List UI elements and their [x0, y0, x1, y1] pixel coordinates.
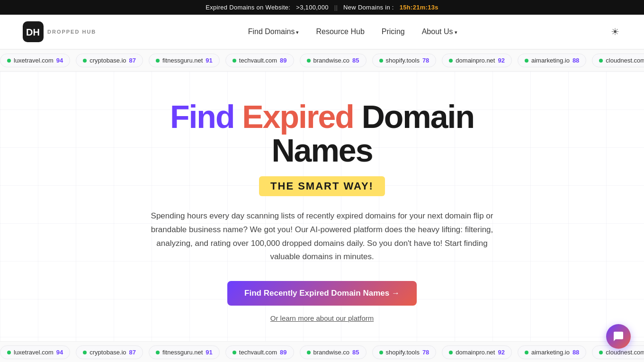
domain-score: 94	[56, 57, 63, 64]
separator: ||	[334, 4, 338, 11]
domain-score: 89	[280, 57, 286, 64]
domain-pill: brandwise.co 85	[300, 345, 367, 359]
domain-name: shopify.tools	[386, 349, 420, 356]
domain-pill: fitnessguru.net 91	[149, 54, 220, 67]
domain-status-dot	[156, 59, 160, 63]
logo-text: DROPPED HUB	[47, 29, 96, 35]
domain-pill: aimarketing.io 88	[518, 54, 586, 67]
domain-pill: shopify.tools 78	[372, 345, 437, 359]
domain-name: brandwise.co	[313, 349, 350, 356]
domain-name: brandwise.co	[313, 57, 350, 64]
domain-name: fitnessguru.net	[162, 57, 203, 64]
smart-way-badge: The smart way!	[259, 176, 385, 196]
svg-text:DH: DH	[26, 27, 40, 37]
domain-status-dot	[307, 59, 311, 63]
top-ticker: luxetravel.com 94 cryptobase.io 87 fitne…	[0, 49, 644, 72]
domain-pill: techvault.com 89	[225, 345, 294, 359]
domain-pill: cryptobase.io 87	[76, 345, 143, 359]
hero-title-expired: Expired	[242, 99, 353, 135]
bottom-ticker: luxetravel.com 94 cryptobase.io 87 fitne…	[0, 341, 644, 362]
nav-item-about-us[interactable]: About Us	[422, 27, 457, 36]
top-banner: Expired Domains on Website: >3,100,000 |…	[0, 0, 644, 15]
domain-pill: domainpro.net 92	[442, 54, 512, 67]
domain-score: 92	[498, 57, 504, 64]
domain-name: cloudnest.com	[606, 349, 644, 356]
countdown-timer: 15h:21m:13s	[400, 4, 438, 11]
theme-toggle-button[interactable]: ☀	[609, 24, 621, 39]
domain-name: domainpro.net	[456, 349, 495, 356]
domain-name: cryptobase.io	[89, 57, 126, 64]
domain-score: 85	[352, 57, 359, 64]
domain-score: 94	[56, 349, 63, 356]
logo[interactable]: DH DROPPED HUB	[23, 21, 96, 42]
nav-item-resource-hub[interactable]: Resource Hub	[316, 27, 365, 36]
domain-score: 91	[206, 57, 212, 64]
domain-status-dot	[599, 351, 603, 354]
nav-item-pricing[interactable]: Pricing	[382, 27, 405, 36]
domain-pill: cloudnest.com 83	[592, 54, 644, 67]
nav-links: Find Domains Resource Hub Pricing About …	[248, 27, 457, 36]
domain-name: fitnessguru.net	[162, 349, 203, 356]
domain-score: 85	[352, 349, 359, 356]
domain-name: aimarketing.io	[531, 349, 570, 356]
nav-right: ☀	[609, 24, 621, 39]
domain-status-dot	[307, 351, 311, 354]
domain-name: domainpro.net	[456, 57, 495, 64]
expired-count: >3,100,000	[296, 4, 328, 11]
domain-status-dot	[525, 351, 528, 354]
domain-status-dot	[83, 59, 87, 63]
domain-name: techvault.com	[239, 349, 277, 356]
nav-link-pricing[interactable]: Pricing	[382, 27, 405, 36]
nav-link-resource-hub[interactable]: Resource Hub	[316, 27, 365, 36]
cta-button[interactable]: Find Recently Expired Domain Names →	[227, 281, 417, 306]
hero-title-find: Find	[170, 99, 234, 135]
domain-status-dot	[449, 59, 453, 63]
nav-link-about-us[interactable]: About Us	[422, 27, 457, 36]
domain-status-dot	[379, 351, 383, 354]
hero-description: Spending hours every day scanning lists …	[147, 209, 497, 264]
domain-score: 87	[129, 57, 136, 64]
domain-pill: fitnessguru.net 91	[149, 345, 220, 359]
domain-score: 88	[572, 349, 579, 356]
chat-bubble-button[interactable]	[606, 324, 631, 349]
domain-name: luxetravel.com	[14, 349, 54, 356]
nav-link-find-domains[interactable]: Find Domains	[248, 27, 299, 36]
domain-pill: shopify.tools 78	[372, 54, 437, 67]
logo-subtitle: DROPPED HUB	[47, 29, 96, 35]
main-nav: DH DROPPED HUB Find Domains Resource Hub…	[0, 15, 644, 49]
domain-status-dot	[233, 351, 236, 354]
hero-content: Find Expired Domain Names The smart way!…	[147, 100, 497, 322]
domain-pill: brandwise.co 85	[300, 54, 367, 67]
hero-title: Find Expired Domain Names	[147, 100, 497, 168]
domain-pill: luxetravel.com 94	[0, 54, 70, 67]
domain-status-dot	[525, 59, 528, 63]
domain-pill: luxetravel.com 94	[0, 345, 70, 359]
domain-name: cryptobase.io	[89, 349, 126, 356]
domain-score: 89	[280, 349, 286, 356]
domain-score: 88	[572, 57, 579, 64]
learn-more-link[interactable]: Or learn more about our platform	[147, 314, 497, 322]
domain-status-dot	[449, 351, 453, 354]
domain-status-dot	[7, 351, 11, 354]
domain-status-dot	[156, 351, 160, 354]
domain-name: aimarketing.io	[531, 57, 570, 64]
domain-score: 92	[498, 349, 504, 356]
domain-name: shopify.tools	[386, 57, 420, 64]
domain-name: techvault.com	[239, 57, 277, 64]
hero-title-domain: Domain	[362, 99, 474, 135]
domain-score: 87	[129, 349, 136, 356]
cta-button-text: Find Recently Expired Domain Names →	[244, 289, 400, 298]
hero-section: Find Expired Domain Names The smart way!…	[0, 72, 644, 341]
domain-status-dot	[7, 59, 11, 63]
domain-status-dot	[379, 59, 383, 63]
domain-pill: domainpro.net 92	[442, 345, 512, 359]
domain-status-dot	[83, 351, 87, 354]
new-label: New Domains in :	[343, 4, 394, 11]
expired-label: Expired Domains on Website:	[206, 4, 290, 11]
chat-icon	[613, 331, 624, 342]
domain-name: luxetravel.com	[14, 57, 54, 64]
domain-pill: techvault.com 89	[225, 54, 294, 67]
nav-item-find-domains[interactable]: Find Domains	[248, 27, 299, 36]
domain-status-dot	[599, 59, 603, 63]
domain-status-dot	[233, 59, 236, 63]
